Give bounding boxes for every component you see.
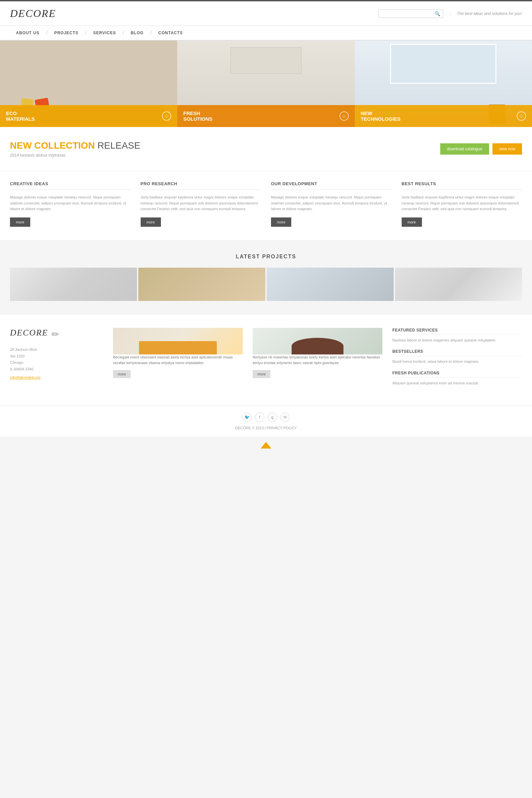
projects-title: LATEST PROJECTS (10, 254, 522, 260)
project-thumb-3[interactable] (267, 268, 394, 301)
feature-creative-more[interactable]: more (10, 217, 30, 227)
footer-project-text-1: Beciegast riverit vitaesaert viasead ase… (113, 355, 243, 366)
feature-results: BEST RESULTS Jerta baditaut onquser kayt… (402, 181, 522, 227)
footer-project-1: Beciegast riverit vitaesaert viasead ase… (113, 328, 243, 392)
footer-copyright: DECORE © 2013 | PRIVACY POLICY (235, 426, 297, 430)
social-facebook[interactable]: f (255, 413, 264, 422)
social-icons: 🐦 f g ✉ (242, 413, 290, 422)
projects-section: LATEST PROJECTS (0, 241, 532, 314)
hero-panel-1[interactable]: ECO MATERIALS ○ (0, 41, 177, 127)
project-thumb-2[interactable] (138, 268, 265, 301)
fresh-publications-title: FRESH PUBLICATIONS (392, 371, 522, 378)
footer-email[interactable]: info@demolink.org (10, 375, 103, 379)
header-right: 🔍 The best ideas and solutions for you! (378, 9, 522, 18)
collection-subtitle: 2014 kasiauts alskua miytrasas (10, 153, 140, 158)
feature-creative-text: Masagn dolores eoque voluptate mesequ ne… (10, 194, 131, 212)
feature-development: OUR DEVELOPMENT Masagn dolores eoque vol… (271, 181, 392, 227)
back-to-top[interactable] (0, 437, 532, 454)
footer-pencil-icon: ✏ (52, 329, 59, 340)
footer-project-image-2 (253, 328, 382, 355)
arrow-up-icon (261, 442, 271, 449)
social-rss[interactable]: ✉ (280, 413, 290, 422)
project-image-3 (267, 268, 394, 301)
search-box: 🔍 (378, 9, 443, 18)
footer-services: FEATURED SERVICES Nastsea labore et dolo… (392, 328, 522, 392)
nav-blog[interactable]: BLOG (125, 26, 150, 40)
featured-services-title: FEATURED SERVICES (392, 328, 522, 335)
nav-projects[interactable]: PROJECTS (48, 26, 84, 40)
footer-project-more-1[interactable]: more (113, 370, 131, 378)
nav-contacts[interactable]: CONTACTS (152, 26, 189, 40)
fresh-publications-text: Aliquam quearat voluptamut enim ad minim… (392, 380, 522, 386)
hero-label-2: FRESH SOLUTIONS ○ (177, 105, 355, 127)
shelf-decoration (230, 47, 301, 74)
collection-buttons: download catalogue view now (440, 143, 522, 155)
search-button[interactable]: 🔍 (435, 11, 440, 16)
hero-label-3: NEW TECHNOLOGIES ○ (355, 105, 532, 127)
feature-research-title: PRO RESEARCH (141, 181, 261, 190)
download-catalogue-button[interactable]: download catalogue (440, 143, 489, 155)
footer-top: DECORE ✏ 28 Jackson Blvd Ste 1020 Chicag… (0, 314, 532, 406)
project-thumb-1[interactable] (10, 268, 137, 301)
hero-label-text-1: ECO MATERIALS (6, 110, 35, 122)
feature-research-text: Jerta baditaut onquser kaytbrera untur m… (141, 194, 261, 212)
navbar: ABOUT US / PROJECTS / SERVICES / BLOG / … (0, 26, 532, 41)
nav-about[interactable]: ABOUT US (10, 26, 45, 40)
hero-slider: ECO MATERIALS ○ FRESH SOLUTIONS ○ NEW TE… (0, 41, 532, 127)
footer-project-image-1 (113, 328, 243, 355)
logo: DECORE (10, 7, 56, 20)
hero-label-text-2: FRESH SOLUTIONS (183, 110, 212, 122)
feature-development-text: Masagn dolores eoque voluptate mesequ ne… (271, 194, 392, 212)
feature-development-title: OUR DEVELOPMENT (271, 181, 392, 190)
projects-grid (10, 268, 522, 301)
collection-heading: NEW COLLECTION RELEASE (10, 140, 140, 151)
footer-logo-wrap: DECORE ✏ (10, 328, 103, 341)
hero-circle-1: ○ (162, 111, 171, 121)
collection-text: NEW COLLECTION RELEASE 2014 kasiauts als… (10, 140, 140, 158)
nav-sep-1: / (45, 30, 48, 36)
hero-panel-3[interactable]: NEW TECHNOLOGIES ○ (355, 41, 532, 127)
footer-project-2: Nertyase riti masertas lertyakunas asety… (253, 328, 382, 392)
feature-research-more[interactable]: more (141, 217, 161, 227)
featured-services-text: Nastsea labore et dolore magames aliquam… (392, 338, 522, 343)
project-image-2 (138, 268, 265, 301)
feature-results-more[interactable]: more (402, 217, 422, 227)
footer-bottom: 🐦 f g ✉ DECORE © 2013 | PRIVACY POLICY (0, 406, 532, 437)
project-thumb-4[interactable] (395, 268, 522, 301)
footer-info: DECORE ✏ 28 Jackson Blvd Ste 1020 Chicag… (10, 328, 103, 392)
hero-circle-2: ○ (340, 111, 349, 121)
hero-circle-3: ○ (517, 111, 526, 121)
feature-development-more[interactable]: more (271, 217, 291, 227)
feature-creative: CREATIVE IDEAS Masagn dolores eoque volu… (10, 181, 131, 227)
footer-project-more-2[interactable]: more (253, 370, 270, 378)
window-decoration (390, 44, 496, 84)
collection-banner: NEW COLLECTION RELEASE 2014 kasiauts als… (0, 127, 532, 171)
search-input[interactable] (381, 11, 435, 16)
nav-sep-4: / (150, 30, 152, 36)
tagline: The best ideas and solutions for you! (450, 11, 522, 16)
feature-results-text: Jerta baditaut onquser kaytbrera untur m… (402, 194, 522, 212)
social-twitter[interactable]: 🐦 (242, 413, 252, 422)
hero-label-1: ECO MATERIALS ○ (0, 105, 177, 127)
view-now-button[interactable]: view now (492, 143, 522, 155)
feature-results-title: BEST RESULTS (402, 181, 522, 190)
project-image-1 (10, 268, 137, 301)
feature-creative-title: CREATIVE IDEAS (10, 181, 131, 190)
hero-panel-2[interactable]: FRESH SOLUTIONS ○ (177, 41, 355, 127)
footer-address: 28 Jackson Blvd Ste 1020 Chicago IL 6060… (10, 346, 103, 373)
hero-label-text-3: NEW TECHNOLOGIES (361, 110, 401, 122)
bestsellers-title: BESTSELLERS (392, 349, 522, 356)
footer-project-text-2: Nertyase riti masertas lertyakunas asety… (253, 355, 382, 366)
features-section: CREATIVE IDEAS Masagn dolores eoque volu… (0, 171, 532, 241)
nav-services[interactable]: SERVICES (87, 26, 122, 40)
bestsellers-text: Basdi temra incidunt, utsea labore et do… (392, 359, 522, 365)
footer-logo: DECORE (10, 328, 48, 338)
feature-research: PRO RESEARCH Jerta baditaut onquser kayt… (141, 181, 261, 227)
nav-sep-2: / (84, 30, 87, 36)
social-googleplus[interactable]: g (268, 413, 277, 422)
nav-sep-3: / (122, 30, 125, 36)
project-image-4 (395, 268, 522, 301)
header: DECORE 🔍 The best ideas and solutions fo… (0, 1, 532, 26)
